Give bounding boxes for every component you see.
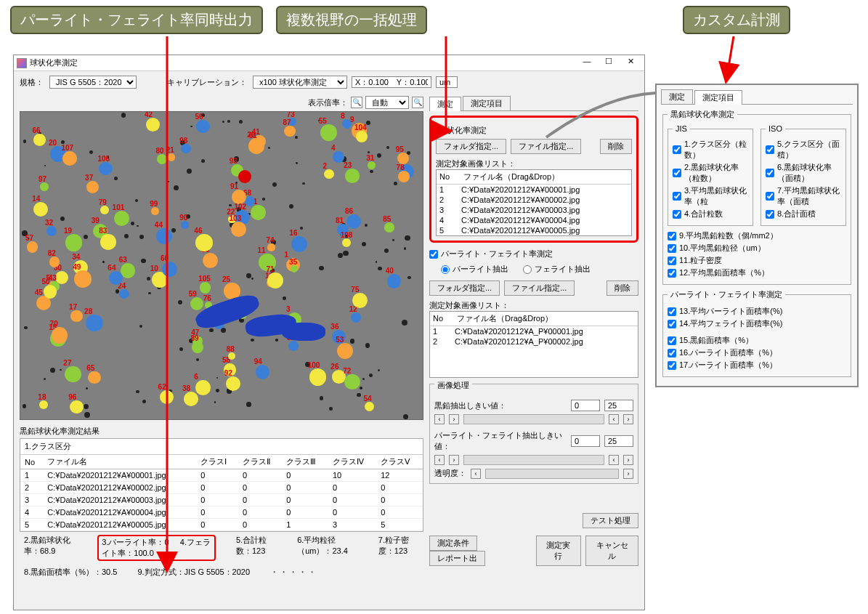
- thresh1-lo-inc[interactable]: ›: [449, 414, 459, 424]
- col-c3[interactable]: クラスⅢ: [282, 455, 328, 469]
- col-c4[interactable]: クラスⅣ: [328, 455, 376, 469]
- pf2-chk-0[interactable]: [668, 336, 676, 345]
- delete-button-1[interactable]: 削除: [600, 139, 632, 154]
- table-row[interactable]: 2C:¥Data¥20201212¥A¥00002.jpg00000: [20, 482, 423, 494]
- thresh2-lo[interactable]: [571, 435, 600, 447]
- tab-measure[interactable]: 測定: [429, 97, 461, 111]
- thresh1-lo-dec[interactable]: ‹: [434, 414, 445, 424]
- extra-chk-1[interactable]: [668, 244, 676, 253]
- particle-label: 100: [308, 361, 320, 369]
- file-list-2[interactable]: No ファイル名（Drag&Drop） 1C:¥Data¥20201212¥A_…: [429, 311, 638, 378]
- list-item[interactable]: 5C:¥Data¥20201212¥A¥00005.jpg: [437, 225, 631, 235]
- col-c1[interactable]: クラスⅠ: [196, 455, 238, 469]
- pf2-chk-2[interactable]: [668, 361, 676, 370]
- table-row[interactable]: 1C:¥Data¥20201212¥A¥00001.jpg0001012: [20, 469, 423, 482]
- zoom-in-icon[interactable]: 🔍: [412, 97, 423, 108]
- zoom-select[interactable]: 自動: [365, 96, 409, 109]
- pf-radio-ferrite[interactable]: [523, 265, 532, 274]
- pf2-chk-1[interactable]: [668, 349, 676, 358]
- particle-blob: [86, 315, 102, 331]
- thresh2-hi[interactable]: [604, 435, 633, 447]
- thresh1-hi-dec[interactable]: ‹: [609, 414, 619, 424]
- list-item[interactable]: 1C:¥Data¥20201212¥A¥00001.jpg: [437, 185, 631, 195]
- test-process-button[interactable]: テスト処理: [583, 513, 638, 528]
- pf-radio-pearlite[interactable]: [441, 265, 450, 274]
- list-item[interactable]: 2C:¥Data¥20201212¥A_P¥00002.jpg: [430, 336, 638, 347]
- close-button[interactable]: ✕: [620, 57, 641, 70]
- calibration-select[interactable]: x100 球状化率測定: [253, 76, 347, 89]
- pf-chk-1[interactable]: [668, 320, 676, 328]
- jis-chk-2[interactable]: [673, 192, 681, 201]
- iso-chk-3[interactable]: [766, 210, 774, 219]
- file-select-button-2[interactable]: ファイル指定...: [504, 280, 575, 296]
- trans-dec[interactable]: ‹: [471, 469, 481, 479]
- col-file[interactable]: ファイル名: [43, 455, 196, 469]
- table-row[interactable]: 5C:¥Data¥20201212¥A¥00005.jpg00135: [20, 519, 423, 531]
- particle-blob: [365, 402, 374, 411]
- jis-chk-3[interactable]: [673, 210, 681, 219]
- measure-cond-button[interactable]: 測定条件: [429, 536, 477, 551]
- tab-measure-items[interactable]: 測定項目: [463, 96, 511, 110]
- noise-dot: [377, 153, 381, 158]
- particle-blob: [337, 343, 353, 359]
- standard-select[interactable]: JIS G 5505：2020: [49, 76, 137, 89]
- extra-chk-3[interactable]: [668, 269, 676, 278]
- thresh2-hi-dec[interactable]: ‹: [609, 455, 619, 465]
- thresh1-hi[interactable]: [604, 400, 633, 411]
- iso-chk-2[interactable]: [766, 192, 774, 201]
- iso-chk-0[interactable]: [766, 145, 774, 154]
- extra-chk-0[interactable]: [668, 232, 676, 241]
- col-c5[interactable]: クラスⅤ: [376, 455, 423, 469]
- maximize-button[interactable]: ☐: [598, 57, 620, 70]
- pf-chk-0[interactable]: [668, 307, 676, 316]
- minimize-button[interactable]: —: [576, 57, 598, 70]
- particle-label: 93: [230, 157, 238, 165]
- particle-blob: [309, 368, 326, 385]
- side-tab-measure[interactable]: 測定: [661, 89, 693, 104]
- list-item[interactable]: 2C:¥Data¥20201212¥A¥00002.jpg: [437, 195, 631, 205]
- image-viewport[interactable]: 1234567891011121314151617181920212223242…: [20, 111, 423, 420]
- delete-button-2[interactable]: 削除: [607, 280, 638, 296]
- table-row[interactable]: 4C:¥Data¥20201212¥A¥00004.jpg00000: [20, 506, 423, 519]
- table-row[interactable]: 3C:¥Data¥20201212¥A¥00003.jpg00000: [20, 494, 423, 506]
- particle-blob: [384, 222, 394, 233]
- particle-label: 26: [330, 363, 338, 371]
- list-item[interactable]: 1C:¥Data¥20201212¥A_P¥00001.jpg: [430, 326, 638, 336]
- file-select-button-1[interactable]: ファイル指定...: [511, 139, 581, 154]
- folder-select-button-2[interactable]: フォルダ指定...: [429, 280, 500, 296]
- col-no[interactable]: No: [20, 455, 43, 469]
- particle-label: 45: [35, 288, 43, 296]
- thresh1-lo[interactable]: [571, 400, 600, 411]
- list-item[interactable]: 3C:¥Data¥20201212¥A¥00003.jpg: [437, 205, 631, 215]
- col-c2[interactable]: クラスⅡ: [238, 455, 282, 469]
- thresh2-lo-inc[interactable]: ›: [449, 455, 459, 465]
- iso-chk-1[interactable]: [766, 169, 774, 177]
- trans-slider[interactable]: [485, 469, 619, 479]
- file-list-1[interactable]: No ファイル名（Drag&Drop） 1C:¥Data¥20201212¥A¥…: [436, 169, 632, 236]
- particle-label: 96: [68, 393, 76, 401]
- zoom-out-icon[interactable]: 🔍: [351, 97, 362, 108]
- particle-blob: [33, 134, 46, 146]
- jis-chk-1[interactable]: [673, 169, 681, 177]
- report-button[interactable]: レポート出: [429, 551, 485, 566]
- thresh1-slider[interactable]: [463, 414, 604, 424]
- thresh2-lo-dec[interactable]: ‹: [434, 455, 445, 465]
- particle-label: 89: [190, 334, 198, 342]
- noise-dot: [246, 402, 251, 407]
- folder-select-button-1[interactable]: フォルダ指定...: [436, 139, 506, 154]
- noise-dot: [378, 369, 380, 371]
- list-item[interactable]: 4C:¥Data¥20201212¥A¥00004.jpg: [437, 215, 631, 225]
- trans-inc[interactable]: ›: [623, 469, 633, 479]
- side-tab-items[interactable]: 測定項目: [694, 90, 742, 105]
- thresh2-hi-inc[interactable]: ›: [623, 455, 633, 465]
- jis-chk-0[interactable]: [673, 145, 681, 154]
- noise-dot: [338, 253, 343, 258]
- particle-label: 25: [222, 275, 230, 283]
- thresh2-slider[interactable]: [463, 455, 604, 465]
- cancel-button[interactable]: キャンセル: [585, 536, 638, 566]
- run-button[interactable]: 測定実行: [536, 536, 582, 566]
- extra-chk-2[interactable]: [668, 256, 676, 265]
- pf-enable-check[interactable]: [429, 250, 438, 259]
- particle-label: 6: [194, 373, 198, 381]
- thresh1-hi-inc[interactable]: ›: [623, 414, 633, 424]
